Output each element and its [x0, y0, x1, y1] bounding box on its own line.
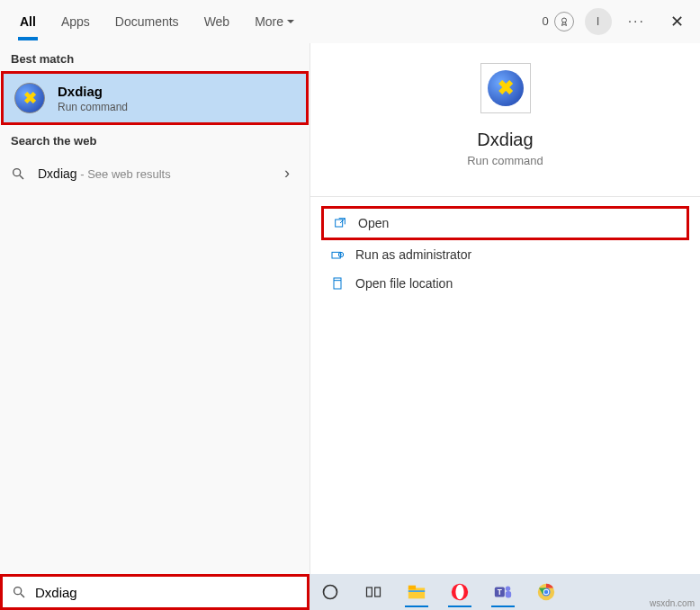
svg-rect-11 [367, 588, 372, 597]
svg-point-20 [506, 587, 511, 592]
medal-icon [554, 12, 574, 31]
svg-rect-3 [336, 220, 343, 227]
close-button[interactable]: ✕ [661, 12, 693, 31]
web-result-term: Dxdiag [38, 166, 77, 181]
action-open-location[interactable]: Open file location [321, 269, 689, 298]
file-explorer-icon[interactable] [401, 577, 432, 607]
svg-point-17 [455, 585, 463, 600]
web-result-text: Dxdiag - See web results [38, 166, 171, 182]
svg-text:T: T [498, 588, 502, 597]
main-area: Best match ✖ Dxdiag Run command Search t… [0, 43, 700, 574]
results-column: Best match ✖ Dxdiag Run command Search t… [0, 43, 310, 574]
task-view-icon[interactable] [358, 577, 389, 607]
taskbar: T wsxdn.com [310, 574, 700, 610]
svg-point-1 [13, 168, 21, 175]
open-icon [333, 216, 347, 230]
svg-rect-15 [408, 590, 425, 592]
tab-more-label: More [255, 14, 283, 29]
chrome-icon[interactable] [531, 577, 561, 607]
tab-web[interactable]: Web [192, 4, 243, 40]
folder-icon [330, 276, 345, 291]
svg-rect-12 [375, 588, 381, 597]
opera-icon[interactable] [444, 577, 475, 607]
search-box[interactable] [0, 574, 310, 610]
svg-line-2 [20, 175, 23, 179]
svg-line-9 [21, 594, 24, 597]
search-input[interactable] [35, 585, 298, 600]
svg-rect-6 [334, 278, 341, 289]
details-title: Dxdiag [477, 130, 533, 150]
search-icon [11, 166, 25, 181]
tab-apps[interactable]: Apps [49, 4, 103, 40]
score-value: 0 [542, 14, 548, 28]
chevron-right-icon: › [284, 164, 299, 183]
top-bar: All Apps Documents Web More 0 I ··· ✕ [0, 0, 700, 43]
tab-more[interactable]: More [242, 4, 307, 40]
divider [310, 196, 700, 197]
bottom-area: T wsxdn.com [0, 574, 700, 610]
details-header: ✖ Dxdiag Run command [310, 43, 700, 182]
section-best-match-header: Best match [0, 43, 310, 71]
more-options-button[interactable]: ··· [623, 13, 651, 30]
best-match-text: Dxdiag Run command [58, 84, 128, 113]
svg-point-10 [324, 586, 337, 599]
cortana-icon[interactable] [315, 577, 346, 607]
teams-icon[interactable]: T [488, 577, 518, 607]
details-icon-frame: ✖ [480, 63, 531, 113]
web-result-left: Dxdiag - See web results [11, 166, 171, 182]
rewards-score[interactable]: 0 [542, 12, 573, 31]
action-open-label: Open [358, 216, 389, 230]
svg-point-0 [561, 18, 566, 22]
details-panel: ✖ Dxdiag Run command Open Run as adminis… [310, 43, 700, 574]
dxdiag-icon: ✖ [14, 83, 45, 113]
details-subtitle: Run command [467, 154, 543, 167]
tab-list: All Apps Documents Web More [7, 4, 307, 40]
action-open-location-label: Open file location [355, 276, 453, 291]
tab-all[interactable]: All [7, 4, 49, 40]
watermark: wsxdn.com [650, 598, 695, 608]
section-search-web-header: Search the web [0, 125, 310, 153]
svg-point-25 [544, 590, 549, 595]
chevron-down-icon [287, 20, 294, 27]
topbar-right: 0 I ··· ✕ [542, 8, 693, 35]
dxdiag-large-icon: ✖ [488, 70, 524, 106]
action-run-admin-label: Run as administrator [355, 247, 471, 262]
svg-rect-21 [506, 591, 511, 597]
search-icon [12, 585, 26, 599]
svg-point-8 [14, 588, 22, 595]
action-open[interactable]: Open [321, 206, 689, 240]
web-result-row[interactable]: Dxdiag - See web results › [0, 153, 310, 193]
best-match-result[interactable]: ✖ Dxdiag Run command [1, 71, 309, 125]
action-list: Open Run as administrator Open file loca… [310, 201, 700, 303]
admin-icon [330, 247, 345, 262]
svg-rect-14 [408, 586, 416, 590]
tab-documents[interactable]: Documents [103, 4, 192, 40]
action-run-admin[interactable]: Run as administrator [321, 240, 689, 269]
best-match-subtitle: Run command [58, 101, 128, 113]
best-match-title: Dxdiag [58, 84, 128, 99]
web-result-suffix: - See web results [77, 167, 171, 181]
account-avatar[interactable]: I [585, 8, 612, 35]
